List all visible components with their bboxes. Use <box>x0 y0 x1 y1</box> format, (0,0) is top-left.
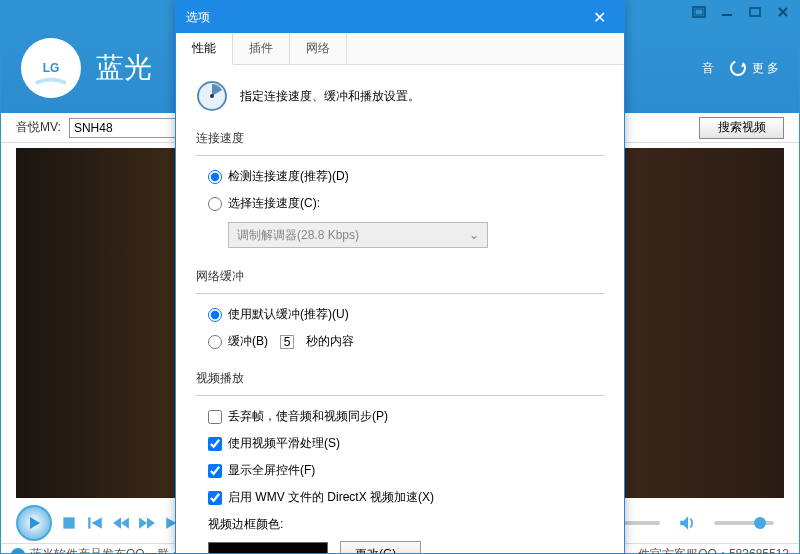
svg-point-6 <box>731 61 745 75</box>
radio-custom-buffer[interactable] <box>208 335 222 349</box>
footer-left: 蓝光软件产品发布QQ一群： <box>30 546 181 554</box>
section-playback: 视频播放 丢弃帧，使音频和视频同步(P) 使用视频平滑处理(S) 显示全屏控件(… <box>196 370 604 553</box>
svg-marker-18 <box>680 516 688 530</box>
check-fullscreen-controls[interactable]: 显示全屏控件(F) <box>208 462 604 479</box>
dialog-tabs: 性能 插件 网络 <box>176 33 624 65</box>
svg-marker-14 <box>139 517 147 528</box>
maximize-button[interactable] <box>747 5 763 19</box>
tab-network[interactable]: 网络 <box>290 33 347 64</box>
extra-button[interactable] <box>691 5 707 19</box>
rewind-button[interactable] <box>112 514 130 532</box>
section-connection: 连接速度 检测连接速度(推荐)(D) 选择连接速度(C): 调制解调器(28.8… <box>196 130 604 248</box>
dialog-title: 选项 <box>186 9 584 26</box>
volume-icon[interactable] <box>678 514 696 532</box>
play-icon <box>26 515 42 531</box>
section-buffer: 网络缓冲 使用默认缓冲(推荐)(U) 缓冲(B) 秒的内容 <box>196 268 604 350</box>
border-color-label: 视频边框颜色: <box>208 516 604 533</box>
radio-default-buffer[interactable]: 使用默认缓冲(推荐)(U) <box>208 306 604 323</box>
radio-select-speed[interactable]: 选择连接速度(C): <box>208 195 604 212</box>
svg-marker-11 <box>92 517 102 528</box>
footer-right: 件官方客服QQ：583685512 <box>638 546 789 554</box>
search-button[interactable]: 搜索视频 <box>699 117 784 139</box>
tab-performance[interactable]: 性能 <box>176 33 233 65</box>
check-smooth[interactable]: 使用视频平滑处理(S) <box>208 435 604 452</box>
search-label: 音悦MV: <box>16 119 61 136</box>
svg-marker-12 <box>113 517 121 528</box>
svg-marker-8 <box>30 517 40 529</box>
prev-button[interactable] <box>86 514 104 532</box>
volume-slider[interactable] <box>714 521 774 525</box>
svg-point-20 <box>210 94 214 98</box>
app-logo: LG <box>21 38 81 98</box>
footer-icon <box>11 548 25 555</box>
header-more[interactable]: 更 多 <box>729 59 779 77</box>
forward-button[interactable] <box>138 514 156 532</box>
chevron-down-icon: ⌄ <box>469 228 479 242</box>
change-color-button[interactable]: 更改(G)... <box>340 541 421 553</box>
svg-marker-13 <box>121 517 129 528</box>
svg-marker-15 <box>147 517 155 528</box>
tab-plugins[interactable]: 插件 <box>233 33 290 64</box>
svg-rect-9 <box>63 517 74 528</box>
dialog-body: 指定连接速度、缓冲和播放设置。 连接速度 检测连接速度(推荐)(D) 选择连接速… <box>176 65 624 553</box>
stop-button[interactable] <box>60 514 78 532</box>
header-audio[interactable]: 音 <box>702 60 714 77</box>
close-button[interactable] <box>775 5 791 19</box>
radio-detect-speed[interactable]: 检测连接速度(推荐)(D) <box>208 168 604 185</box>
refresh-icon <box>729 59 747 77</box>
app-name: 蓝光 <box>96 49 152 87</box>
dialog-close-button[interactable]: ✕ <box>584 1 614 33</box>
dialog-intro: 指定连接速度、缓冲和播放设置。 <box>196 80 604 112</box>
minimize-button[interactable] <box>719 5 735 19</box>
svg-rect-3 <box>750 8 760 16</box>
check-drop-frames[interactable]: 丢弃帧，使音频和视频同步(P) <box>208 408 604 425</box>
play-button[interactable] <box>16 505 52 541</box>
svg-rect-1 <box>695 9 703 15</box>
buffer-seconds-input[interactable] <box>280 335 294 349</box>
dialog-titlebar: 选项 ✕ <box>176 1 624 33</box>
svg-rect-10 <box>88 517 90 528</box>
border-color-swatch <box>208 542 328 553</box>
gauge-icon <box>196 80 228 112</box>
speed-combo[interactable]: 调制解调器(28.8 Kbps)⌄ <box>228 222 488 248</box>
options-dialog: 选项 ✕ 性能 插件 网络 指定连接速度、缓冲和播放设置。 连接速度 检测连接速… <box>175 0 625 554</box>
check-directx[interactable]: 启用 WMV 文件的 DirectX 视频加速(X) <box>208 489 604 506</box>
